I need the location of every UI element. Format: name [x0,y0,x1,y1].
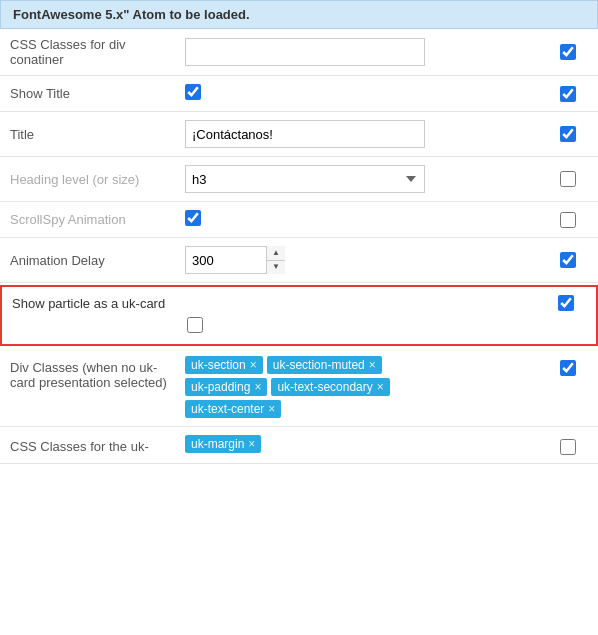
tag-uk-section-muted-close[interactable]: × [369,359,376,371]
heading-level-checkbox[interactable] [560,171,576,187]
tag-uk-text-secondary: uk-text-secondary × [271,378,389,396]
label-css-classes-uk: CSS Classes for the uk- [10,435,185,454]
label-css-classes-div: CSS Classes for div conatiner [10,37,185,67]
heading-level-select[interactable]: h3 [185,165,425,193]
animation-delay-up[interactable]: ▲ [267,246,285,261]
row-animation-delay: Animation Delay ▲ ▼ [0,238,598,283]
animation-delay-spinners: ▲ ▼ [266,246,285,274]
title-checkbox[interactable] [560,126,576,142]
row-css-classes-uk: CSS Classes for the uk- uk-margin × [0,427,598,464]
tags-div-classes: uk-section × uk-section-muted × uk-paddi… [185,356,425,418]
show-title-right-checkbox[interactable] [560,86,576,102]
tag-uk-margin-label: uk-margin [191,437,244,451]
check-show-title [548,86,588,102]
row-css-classes-div: CSS Classes for div conatiner [0,29,598,76]
tag-uk-section-muted: uk-section-muted × [267,356,382,374]
tag-uk-section: uk-section × [185,356,263,374]
check-heading-level [548,171,588,187]
label-show-title: Show Title [10,86,185,101]
tag-uk-text-secondary-label: uk-text-secondary [277,380,372,394]
label-div-classes-no-uk-card: Div Classes (when no uk-card presentatio… [10,356,185,390]
input-title [185,120,548,148]
label-title: Title [10,127,185,142]
tag-uk-padding-label: uk-padding [191,380,250,394]
check-title [548,126,588,142]
label-animation-delay: Animation Delay [10,253,185,268]
tag-uk-text-secondary-close[interactable]: × [377,381,384,393]
tag-uk-text-center-label: uk-text-center [191,402,264,416]
scrollspy-animation-checkbox[interactable] [185,210,201,226]
animation-delay-checkbox[interactable] [560,252,576,268]
tag-uk-text-center: uk-text-center × [185,400,281,418]
label-heading-level: Heading level (or size) [10,172,185,187]
show-particle-uk-card-right-checkbox[interactable] [558,295,574,311]
input-show-title [185,84,548,103]
css-classes-div-checkbox[interactable] [560,44,576,60]
row-title: Title [0,112,598,157]
input-scrollspy-animation [185,210,548,229]
tag-uk-section-label: uk-section [191,358,246,372]
animation-delay-down[interactable]: ▼ [267,261,285,275]
top-notice-text: FontAwesome 5.x" Atom to be loaded. [13,7,250,22]
label-show-particle-uk-card: Show particle as a uk-card [12,296,187,311]
input-div-classes-no-uk-card: uk-section × uk-section-muted × uk-paddi… [185,356,548,418]
input-animation-delay: ▲ ▼ [185,246,548,274]
div-classes-no-uk-card-checkbox[interactable] [560,360,576,376]
check-div-classes-no-uk-card [548,356,588,376]
check-scrollspy-animation [548,212,588,228]
css-classes-uk-checkbox[interactable] [560,439,576,455]
tags-css-classes-uk: uk-margin × [185,435,425,453]
animation-delay-wrapper: ▲ ▼ [185,246,285,274]
top-notice: FontAwesome 5.x" Atom to be loaded. [0,0,598,29]
tag-uk-padding: uk-padding × [185,378,267,396]
tag-uk-padding-close[interactable]: × [254,381,261,393]
row-heading-level: Heading level (or size) h3 [0,157,598,202]
row-show-particle-uk-card: Show particle as a uk-card [0,285,598,346]
check-animation-delay [548,252,588,268]
title-input[interactable] [185,120,425,148]
input-css-classes-uk: uk-margin × [185,435,548,453]
tag-uk-text-center-close[interactable]: × [268,403,275,415]
tag-uk-margin: uk-margin × [185,435,261,453]
row-div-classes-no-uk-card: Div Classes (when no uk-card presentatio… [0,348,598,427]
input-show-particle-uk-card-main [187,317,546,336]
show-title-checkbox[interactable] [185,84,201,100]
label-scrollspy-animation: ScrollSpy Animation [10,212,185,227]
scrollspy-animation-right-checkbox[interactable] [560,212,576,228]
tag-uk-section-close[interactable]: × [250,359,257,371]
tag-uk-margin-close[interactable]: × [248,438,255,450]
tag-uk-section-muted-label: uk-section-muted [273,358,365,372]
check-css-classes-uk [548,435,588,455]
input-css-classes-div [185,38,548,66]
row-show-title: Show Title [0,76,598,112]
check-show-particle-uk-card [546,295,586,311]
row-scrollspy-animation: ScrollSpy Animation [0,202,598,238]
input-heading-level: h3 [185,165,548,193]
css-classes-div-input[interactable] [185,38,425,66]
show-particle-uk-card-checkbox[interactable] [187,317,203,333]
check-css-classes-div [548,44,588,60]
